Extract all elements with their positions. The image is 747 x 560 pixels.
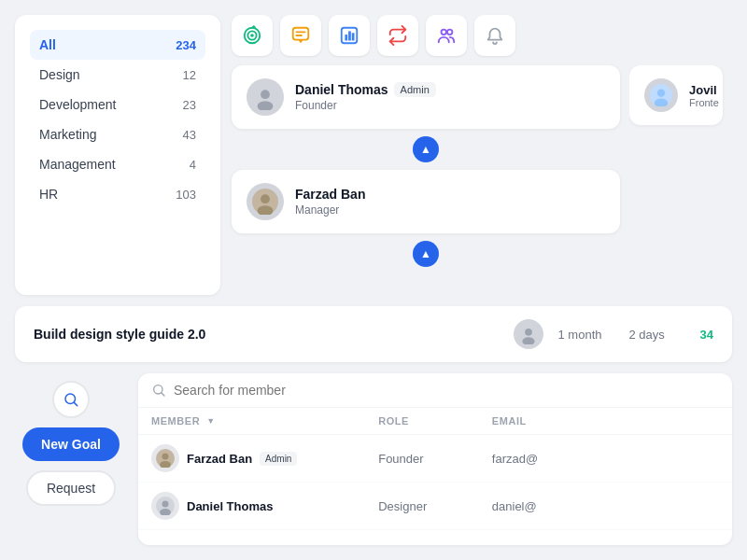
category-management-count: 4 [190, 158, 196, 172]
category-design-count: 12 [183, 68, 196, 82]
avatar-daniel [247, 78, 284, 116]
table-header: MEMBER ▼ ROLE EMAIL [138, 408, 732, 435]
badge-admin-daniel: Admin [394, 82, 436, 97]
category-panel: All 234 Design 12 Development 23 Marketi… [15, 15, 220, 295]
user-role-daniel: Founder [295, 99, 605, 112]
member-name-daniel: Daniel Thomas [187, 499, 273, 513]
user-card-partial-jovil: Jovil Fronte [629, 65, 723, 125]
chevron-up-2[interactable]: ▲ [413, 241, 439, 267]
user-name-daniel: Daniel Thomas [295, 82, 388, 97]
category-hr-count: 103 [176, 188, 196, 202]
category-design[interactable]: Design 12 [30, 60, 205, 90]
member-name-farzad: Farzad Ban [187, 452, 252, 466]
group-icon-btn[interactable] [426, 15, 467, 56]
svg-point-17 [657, 89, 665, 96]
user-cards-row: Daniel Thomas Admin Founder ▲ [232, 65, 732, 295]
user-card-daniel: Daniel Thomas Admin Founder [232, 65, 620, 129]
table-row-farzad[interactable]: Farzad Ban Admin Founder farzad@ [138, 435, 732, 483]
member-avatar-farzad [151, 444, 179, 472]
build-task-row: Build design style guide 2.0 1 month 2 d… [15, 306, 732, 362]
category-marketing-label: Marketing [39, 127, 96, 142]
search-icon [151, 383, 166, 398]
category-development-label: Development [39, 97, 117, 112]
svg-point-25 [162, 454, 169, 460]
user-role-farzad: Manager [295, 203, 605, 217]
table-row-daniel[interactable]: Daniel Thomas Designer daniel@ [138, 483, 732, 530]
left-actions: New Goal Request [15, 373, 127, 545]
user-name-farzad: Farzad Ban [295, 187, 365, 202]
svg-point-11 [261, 90, 270, 99]
chart-icon-btn[interactable] [329, 15, 370, 56]
build-task-count: 34 [700, 328, 713, 342]
svg-point-28 [162, 501, 169, 508]
chevron-up-1[interactable]: ▲ [413, 136, 439, 162]
user-info-daniel: Daniel Thomas Admin Founder [295, 82, 605, 112]
category-hr-label: HR [39, 187, 58, 202]
member-table-panel: MEMBER ▼ ROLE EMAIL Farzad Ban [138, 373, 732, 545]
email-col-daniel: daniel@ [492, 499, 719, 513]
email-col-farzad: farzad@ [492, 452, 719, 466]
partial-cards-col: Jovil Fronte [629, 65, 732, 295]
build-task-title: Build design style guide 2.0 [34, 327, 499, 342]
user-card-col-left: Daniel Thomas Admin Founder ▲ [232, 65, 620, 295]
member-badge-farzad: Admin [260, 452, 297, 466]
build-task-days: 2 days [629, 328, 685, 342]
svg-rect-5 [345, 35, 347, 40]
partial-user-role: Fronte [689, 97, 719, 108]
right-panel: Daniel Thomas Admin Founder ▲ [232, 15, 732, 295]
category-development-count: 23 [183, 98, 196, 112]
col-header-email: EMAIL [492, 415, 719, 427]
category-management[interactable]: Management 4 [30, 149, 205, 179]
category-marketing[interactable]: Marketing 43 [30, 119, 205, 149]
col-header-member: MEMBER ▼ [151, 415, 378, 427]
share-icon-btn[interactable] [377, 15, 418, 56]
category-marketing-count: 43 [183, 128, 196, 142]
member-col-farzad: Farzad Ban Admin [151, 444, 378, 472]
search-bar [138, 373, 732, 408]
member-avatar-daniel [151, 492, 179, 520]
role-col-farzad: Founder [378, 452, 492, 466]
search-member-input[interactable] [174, 383, 719, 398]
col-header-role: ROLE [378, 415, 492, 427]
request-button[interactable]: Request [26, 470, 116, 506]
category-all[interactable]: All 234 [30, 30, 205, 60]
user-card-farzad: Farzad Ban Manager [232, 170, 620, 233]
icon-bar [232, 15, 732, 56]
avatar-partial [644, 78, 678, 112]
user-info-farzad: Farzad Ban Manager [295, 187, 605, 217]
bell-icon-btn[interactable] [474, 15, 515, 56]
partial-user-info: Jovil Fronte [689, 83, 719, 108]
role-col-daniel: Designer [378, 499, 492, 513]
svg-point-8 [442, 30, 447, 35]
svg-rect-6 [348, 31, 351, 40]
search-circle-btn[interactable] [52, 381, 90, 418]
category-all-label: All [39, 37, 56, 52]
svg-rect-7 [352, 33, 355, 40]
category-all-count: 234 [176, 38, 196, 52]
member-col-daniel: Daniel Thomas [151, 492, 378, 520]
avatar-farzad [247, 183, 284, 220]
partial-user-name: Jovil [689, 83, 719, 97]
build-task-avatar [514, 319, 543, 349]
goal-icon-btn[interactable] [232, 15, 273, 56]
category-management-label: Management [39, 157, 116, 172]
member-sort-icon[interactable]: ▼ [206, 416, 215, 426]
svg-rect-3 [293, 28, 309, 40]
category-development[interactable]: Development 23 [30, 90, 205, 119]
svg-point-2 [250, 34, 254, 37]
category-hr[interactable]: HR 103 [30, 179, 205, 209]
new-goal-button[interactable]: New Goal [22, 427, 120, 461]
svg-point-14 [261, 194, 270, 203]
chat-icon-btn[interactable] [280, 15, 321, 56]
build-task-duration: 1 month [558, 328, 614, 342]
category-design-label: Design [39, 67, 80, 82]
svg-point-9 [447, 30, 453, 35]
svg-point-20 [525, 329, 532, 336]
